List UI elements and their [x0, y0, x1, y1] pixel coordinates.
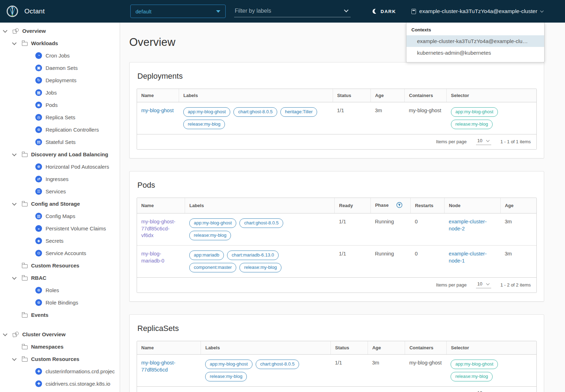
folder-icon — [22, 314, 28, 318]
label-chip[interactable]: chart:mariadb-6.13.0 — [227, 251, 279, 260]
sidebar-item-service-accounts[interactable]: ⊙Service Accounts — [0, 247, 120, 259]
chip-line: component:masterrelease:my-blog — [189, 263, 331, 272]
chip-line: app:my-blog-ghost — [451, 107, 533, 117]
sidebar-item-replication-controllers[interactable]: ⊚Replication Controllers — [0, 123, 120, 136]
sidebar-item-secrets[interactable]: ◈Secrets — [0, 235, 120, 247]
cell: 0 — [411, 246, 445, 278]
column-header-name: Name — [137, 341, 201, 355]
node-link[interactable]: example-cluster-node-2 — [449, 219, 487, 231]
sidebar: OverviewWorkloads◔Cron Jobs▣Daemon Sets↻… — [0, 23, 120, 392]
label-chip[interactable]: release:my-blog — [239, 263, 281, 272]
sidebar-item-cluster-overview[interactable]: Cluster Overview — [0, 328, 120, 340]
sidebar-item-clusterinformations-crd-projec[interactable]: ✚clusterinformations.crd.projec — [0, 365, 120, 378]
sidebar-item-jobs[interactable]: ▦Jobs — [0, 86, 120, 99]
items-per-page-select[interactable]: 10 — [476, 281, 491, 288]
chevron-down-icon[interactable] — [12, 275, 17, 280]
sidebar-item-cron-jobs[interactable]: ◔Cron Jobs — [0, 49, 120, 62]
cell: 3m — [500, 213, 536, 246]
label-chip[interactable]: release:my-blog — [205, 372, 247, 381]
sidebar-item-persistent-volume-claims[interactable]: ◒Persistent Volume Claims — [0, 222, 120, 235]
label-chip[interactable]: app:my-blog-ghost — [183, 107, 231, 117]
sidebar-item-events[interactable]: Events — [0, 309, 120, 321]
column-header-ready: Ready — [335, 198, 371, 213]
cell: app:my-blog-ghostrelease:my-blog — [446, 355, 536, 387]
sidebar-item-label: Services — [46, 188, 66, 194]
resource-link[interactable]: my-blog-ghost-77df85c6cd — [141, 360, 176, 373]
column-header-labels: Labels — [201, 341, 331, 355]
chevron-down-icon[interactable] — [12, 152, 17, 156]
resource-link[interactable]: my-blog-ghost — [141, 108, 174, 113]
sidebar-item-label: Roles — [46, 287, 59, 293]
sidebar-item-horizontal-pod-autoscalers[interactable]: ⊕Horizontal Pod Autoscalers — [0, 161, 120, 173]
sidebar-item-label: Daemon Sets — [46, 65, 78, 71]
sidebar-item-label: clusterinformations.crd.projec — [46, 368, 115, 374]
context-switcher[interactable]: example-cluster-ka3TuTzYo4a@example-clus… — [411, 8, 543, 14]
sidebar-item-deployments[interactable]: ↻Deployments — [0, 74, 120, 86]
resource-link[interactable]: my-blog-ghost-77df85c6cd-vf6dx — [141, 219, 176, 238]
configmaps-icon: ▥ — [35, 213, 42, 219]
cell: 3m — [371, 102, 405, 134]
sidebar-item-daemon-sets[interactable]: ▣Daemon Sets — [0, 62, 120, 74]
column-header-labels: Labels — [179, 89, 333, 102]
label-chip[interactable]: app:mariadb — [189, 251, 224, 260]
context-menu-item[interactable]: example-cluster-ka3TuTzYo4a@example-clu… — [406, 35, 544, 47]
resource-link[interactable]: my-blog-mariadb-0 — [141, 251, 164, 264]
column-header-phase: Phase — [371, 198, 411, 213]
selector-chip[interactable]: release:my-blog — [451, 120, 493, 129]
label-chip[interactable]: heritage:Tiller — [280, 107, 317, 117]
sidebar-item-ingresses[interactable]: ⇄Ingresses — [0, 173, 120, 185]
items-per-page-select[interactable]: 10 — [476, 390, 491, 392]
chevron-down-icon[interactable] — [3, 28, 7, 33]
context-menu-item[interactable]: kubernetes-admin@kubernetes — [406, 47, 544, 59]
column-header-labels: Labels — [185, 198, 335, 213]
chevron-down-icon[interactable] — [12, 201, 17, 206]
folder-icon — [22, 277, 28, 281]
node-link[interactable]: example-cluster-node-1 — [449, 251, 487, 264]
chevron-down-icon[interactable] — [12, 41, 17, 45]
label-chip[interactable]: chart:ghost-8.0.5 — [239, 218, 283, 228]
label-chip[interactable]: release:my-blog — [183, 120, 225, 129]
sidebar-item-custom-resources[interactable]: Custom Resources — [0, 259, 120, 272]
sidebar-item-pods[interactable]: ◉Pods — [0, 99, 120, 111]
label-chip[interactable]: release:my-blog — [189, 231, 231, 240]
sidebar-item-rbac[interactable]: RBAC — [0, 272, 120, 284]
chevron-down-icon[interactable] — [3, 332, 7, 336]
sidebar-item-replica-sets[interactable]: ◎Replica Sets — [0, 111, 120, 123]
folder-icon — [22, 42, 28, 46]
deployments-icon: ↻ — [35, 77, 42, 84]
chip-line: app:mariadbchart:mariadb-6.13.0 — [189, 251, 331, 260]
items-per-page-select[interactable]: 10 — [476, 138, 491, 145]
label-chip[interactable]: app:my-blog-ghost — [189, 218, 237, 228]
sidebar-item-stateful-sets[interactable]: ▤Stateful Sets — [0, 136, 120, 148]
label-chip[interactable]: component:master — [189, 263, 237, 272]
sidebar-item-services[interactable]: ☰Services — [0, 185, 120, 198]
column-header-age: Age — [368, 341, 405, 355]
sidebar-item-config-and-storage[interactable]: Config and Storage — [0, 198, 120, 210]
sidebar-item-config-maps[interactable]: ▥Config Maps — [0, 210, 120, 222]
sidebar-item-csidrivers-csi-storage-k8s-io[interactable]: ✚csidrivers.csi.storage.k8s.io — [0, 378, 120, 390]
sidebar-item-workloads[interactable]: Workloads — [0, 37, 120, 49]
namespace-select[interactable]: default — [130, 5, 226, 18]
sidebar-item-roles[interactable]: ⊛Roles — [0, 284, 120, 296]
label-filter-input[interactable] — [234, 5, 351, 17]
sidebar-item-discovery-and-load-balancing[interactable]: Discovery and Load Balancing — [0, 148, 120, 161]
sidebar-item-label: Role Bindings — [46, 300, 78, 306]
cell: app:my-blog-ghostchart:ghost-8.0.5herita… — [179, 102, 333, 134]
label-chip[interactable]: chart:ghost-8.0.5 — [256, 360, 299, 369]
items-per-page-label: Items per page — [436, 282, 467, 288]
filter-icon[interactable] — [396, 202, 403, 209]
label-chip[interactable]: chart:ghost-8.0.5 — [233, 107, 277, 117]
sidebar-item-role-bindings[interactable]: ⊚Role Bindings — [0, 296, 120, 309]
column-header-status: Status — [331, 341, 368, 355]
selector-chip[interactable]: app:my-blog-ghost — [451, 360, 498, 369]
theme-toggle-button[interactable]: DARK — [373, 9, 396, 14]
sidebar-item-label: Custom Resources — [31, 263, 79, 269]
sidebar-item-overview[interactable]: Overview — [0, 25, 120, 37]
label-chip[interactable]: app:my-blog-ghost — [205, 360, 252, 369]
selector-chip[interactable]: release:my-blog — [451, 372, 493, 381]
selector-chip[interactable]: app:my-blog-ghost — [451, 107, 498, 117]
sidebar-item-label: Deployments — [46, 77, 77, 83]
sidebar-item-namespaces[interactable]: Namespaces — [0, 340, 120, 353]
chevron-down-icon[interactable] — [12, 356, 17, 361]
sidebar-item-custom-resources[interactable]: Custom Resources — [0, 353, 120, 365]
